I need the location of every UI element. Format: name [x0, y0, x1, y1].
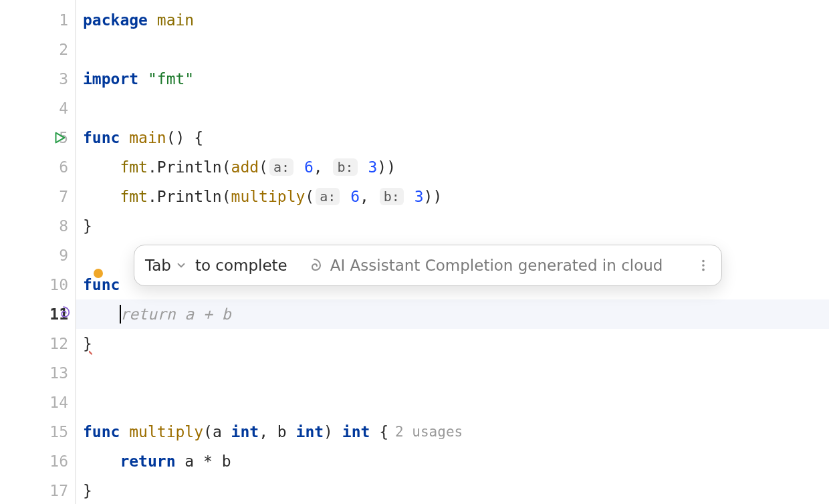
number-6: 6: [304, 158, 314, 176]
gutter-row: 13: [0, 358, 75, 388]
keyword-func: func: [83, 423, 120, 440]
keyword-func: func: [83, 276, 120, 293]
line-number: 7: [44, 188, 68, 205]
line-number: 2: [44, 41, 68, 58]
line-number: 16: [44, 453, 68, 470]
type-int: int: [296, 423, 324, 440]
gutter-row: 2: [0, 35, 75, 64]
identifier-main: main: [157, 11, 194, 29]
tab-keycap[interactable]: Tab: [145, 257, 187, 274]
svg-point-2: [702, 264, 705, 267]
code-line[interactable]: func multiply(a int, b int) int {2 usage…: [76, 417, 829, 447]
punct-brace-open: {: [185, 129, 203, 146]
code-line[interactable]: import "fmt": [76, 64, 829, 94]
code-editor[interactable]: 1 2 3 4 5 6 7 8 9 10 11 12 13 14 15 16 1…: [0, 0, 829, 504]
number-6: 6: [350, 188, 360, 205]
punct-brace-close: }: [83, 217, 92, 235]
type-int: int: [342, 423, 370, 440]
number-3: 3: [368, 158, 377, 176]
popup-ai-text: AI Assistant Completion generated in clo…: [330, 257, 689, 274]
param-hint-a: a:: [316, 188, 340, 205]
line-number: 1: [44, 11, 68, 29]
line-number: 3: [44, 70, 68, 88]
usages-hint[interactable]: 2 usages: [395, 424, 463, 440]
call-println: .Println(: [148, 188, 231, 205]
ai-suggestion-text: return a + b: [120, 305, 231, 323]
line-number: 14: [44, 394, 68, 411]
chevron-down-icon[interactable]: [175, 259, 187, 271]
keyword-return: return: [120, 453, 175, 470]
code-line[interactable]: }: [76, 329, 829, 358]
svg-point-1: [702, 260, 705, 263]
line-number: 8: [44, 217, 68, 235]
number-3: 3: [414, 188, 424, 205]
call-add: add: [231, 158, 259, 176]
code-line[interactable]: package main: [76, 5, 829, 35]
gutter-row: 7: [0, 182, 75, 211]
gutter-row: 8: [0, 211, 75, 241]
code-line[interactable]: fmt.Println(add(a: 6, b: 3)): [76, 152, 829, 182]
gutter-row: 6: [0, 152, 75, 182]
code-line[interactable]: [76, 94, 829, 123]
run-icon[interactable]: [52, 130, 67, 145]
gutter: 1 2 3 4 5 6 7 8 9 10 11 12 13 14 15 16 1…: [0, 0, 75, 504]
funcname-multiply: multiply: [129, 423, 203, 440]
svg-marker-0: [56, 133, 65, 143]
gutter-row: 15: [0, 417, 75, 447]
keyword-func: func: [83, 129, 120, 146]
popup-complete-text: to complete: [195, 257, 287, 274]
more-options-icon[interactable]: [696, 258, 711, 273]
gutter-row: 10: [0, 270, 75, 299]
code-line[interactable]: return a * b: [76, 447, 829, 476]
line-number: 15: [44, 423, 68, 440]
line-number: 6: [44, 158, 68, 176]
code-line[interactable]: [76, 35, 829, 64]
gutter-row: 17: [0, 476, 75, 504]
line-number: 12: [44, 335, 68, 352]
code-line[interactable]: }: [76, 476, 829, 504]
ai-spiral-icon: [306, 257, 322, 273]
code-line[interactable]: fmt.Println(multiply(a: 6, b: 3)): [76, 182, 829, 211]
keyword-package: package: [83, 11, 148, 29]
completion-popup: Tab to complete AI Assistant Completion …: [134, 245, 722, 286]
gutter-row: 11: [0, 299, 75, 329]
code-line[interactable]: [76, 358, 829, 388]
gutter-row: 9: [0, 241, 75, 270]
pkg-fmt: fmt: [120, 188, 148, 205]
call-multiply: multiply: [231, 188, 306, 205]
line-number: 13: [44, 364, 68, 382]
tab-key-label: Tab: [145, 257, 171, 274]
code-line[interactable]: func main() {: [76, 123, 829, 152]
warning-dot-icon: [94, 269, 103, 278]
punct-brace-close: }: [83, 482, 92, 499]
param-hint-b: b:: [333, 158, 357, 176]
line-number: 4: [44, 100, 68, 117]
param-hint-b: b:: [380, 188, 404, 205]
punct-parens: (): [166, 129, 185, 146]
funcname-main: main: [129, 129, 166, 146]
ai-spiral-icon[interactable]: [56, 305, 71, 324]
param-hint-a: a:: [269, 158, 293, 176]
code-line[interactable]: [76, 388, 829, 417]
code-line[interactable]: }: [76, 211, 829, 241]
line-number: 17: [44, 482, 68, 499]
type-int: int: [231, 423, 259, 440]
gutter-row: 5: [0, 123, 75, 152]
gutter-row: 3: [0, 64, 75, 94]
punct-brace-close-error: }: [83, 335, 92, 352]
gutter-row: 12: [0, 329, 75, 358]
code-line-active[interactable]: return a + b: [76, 299, 829, 329]
keyword-import: import: [83, 70, 138, 88]
string-fmt: "fmt": [148, 70, 194, 88]
gutter-row: 16: [0, 447, 75, 476]
svg-point-3: [702, 269, 705, 271]
line-number: 9: [44, 247, 68, 264]
gutter-row: 1: [0, 5, 75, 35]
gutter-row: 14: [0, 388, 75, 417]
pkg-fmt: fmt: [120, 158, 148, 176]
line-number: 10: [44, 276, 68, 293]
call-println: .Println(: [148, 158, 231, 176]
gutter-row: 4: [0, 94, 75, 123]
